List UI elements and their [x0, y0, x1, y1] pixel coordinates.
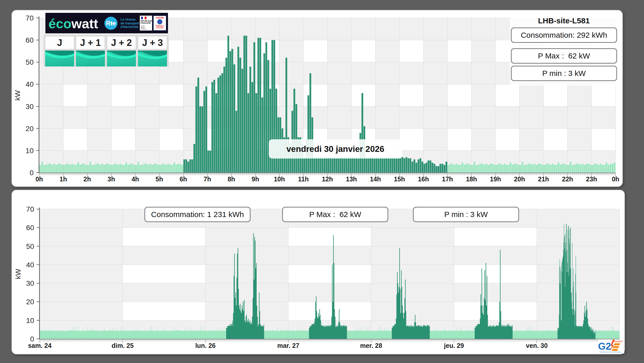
svg-text:4h: 4h [132, 175, 139, 183]
svg-text:6h: 6h [180, 175, 187, 183]
svg-text:70: 70 [26, 205, 34, 213]
svg-text:2h: 2h [84, 175, 91, 183]
svg-text:0: 0 [29, 169, 34, 177]
svg-text:1h: 1h [60, 175, 67, 183]
svg-text:10: 10 [26, 317, 34, 325]
svg-text:15h: 15h [394, 175, 405, 183]
svg-text:20: 20 [26, 298, 34, 306]
svg-text:14h: 14h [370, 175, 381, 183]
svg-text:20: 20 [26, 125, 34, 133]
svg-text:30: 30 [26, 103, 34, 111]
svg-text:10h: 10h [274, 175, 285, 183]
svg-text:0h: 0h [612, 175, 619, 183]
svg-text:50: 50 [26, 242, 34, 250]
svg-text:40: 40 [26, 261, 34, 269]
svg-text:G2: G2 [598, 341, 611, 352]
svg-text:18h: 18h [466, 175, 477, 183]
svg-text:60: 60 [26, 224, 34, 232]
svg-text:70: 70 [26, 14, 34, 22]
svg-text:9h: 9h [252, 175, 259, 183]
svg-text:13h: 13h [346, 175, 357, 183]
svg-text:21h: 21h [538, 175, 549, 183]
svg-text:8h: 8h [227, 175, 235, 183]
svg-text:ven. 30: ven. 30 [526, 342, 548, 349]
svg-text:50: 50 [26, 58, 34, 66]
svg-text:jeu. 29: jeu. 29 [444, 342, 464, 349]
svg-text:lun. 26: lun. 26 [195, 342, 215, 349]
svg-text:7h: 7h [204, 175, 211, 183]
svg-text:kW: kW [14, 269, 22, 279]
svg-text:16h: 16h [418, 175, 429, 183]
svg-text:60: 60 [26, 36, 34, 44]
svg-text:FRANCE: FRANCE [613, 340, 623, 343]
svg-text:0h: 0h [35, 175, 43, 183]
svg-text:10: 10 [26, 147, 34, 155]
svg-text:30: 30 [26, 279, 34, 287]
svg-text:20h: 20h [514, 175, 525, 183]
svg-text:17h: 17h [442, 175, 453, 183]
svg-text:11h: 11h [298, 175, 309, 183]
svg-text:5h: 5h [156, 175, 163, 183]
svg-text:Optimisation des ressources én: Optimisation des ressources énergétiques [599, 351, 621, 353]
svg-text:3h: 3h [107, 175, 115, 183]
svg-text:19h: 19h [490, 175, 501, 183]
svg-text:12h: 12h [322, 175, 333, 183]
svg-text:mar. 27: mar. 27 [277, 342, 299, 349]
svg-text:mer. 28: mer. 28 [360, 342, 382, 349]
svg-text:22h: 22h [562, 175, 573, 183]
svg-text:40: 40 [26, 80, 34, 88]
svg-text:sam. 24: sam. 24 [28, 342, 52, 349]
svg-text:kW: kW [14, 90, 22, 101]
svg-text:dim. 25: dim. 25 [112, 342, 134, 349]
svg-text:23h: 23h [586, 175, 597, 183]
